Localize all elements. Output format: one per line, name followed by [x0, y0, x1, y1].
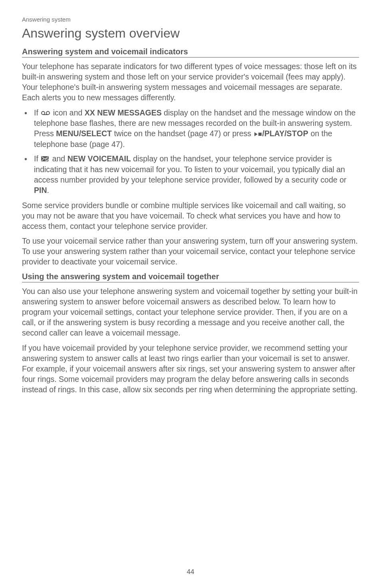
bullet2-text1: If	[34, 154, 40, 163]
section2-para1: You can also use your telephone answerin…	[22, 286, 359, 338]
bullet2-bold2: PIN	[34, 186, 47, 195]
svg-point-0	[42, 111, 45, 115]
page-title: Answering system overview	[22, 26, 359, 41]
page-number: 44	[0, 568, 381, 576]
bullet2-bold1: NEW VOICEMAIL	[67, 154, 131, 163]
bullet2-text2: and	[50, 154, 67, 163]
section2-para2: If you have voicemail provided by your t…	[22, 343, 359, 395]
svg-marker-3	[254, 132, 258, 136]
bullet1-bold1: XX NEW MESSAGES	[85, 108, 162, 117]
bullet1-text2: icon and	[51, 108, 85, 117]
section2-heading: Using the answering system and voicemail…	[22, 272, 359, 282]
play-stop-icon	[254, 129, 262, 139]
tape-icon	[41, 108, 50, 119]
bullet1-text1: If	[34, 108, 40, 117]
bullet-1: If icon and XX NEW MESSAGES display on t…	[22, 108, 359, 150]
bullet-2: If and NEW VOICEMAIL display on the hand…	[22, 154, 359, 196]
bullet1-text4: twice on the handset (page 47) or press	[112, 129, 253, 138]
section1-bullets: If icon and XX NEW MESSAGES display on t…	[22, 108, 359, 196]
bullet2-text4: .	[47, 186, 49, 195]
svg-point-1	[46, 111, 50, 115]
section1-heading: Answering system and voicemail indicator…	[22, 47, 359, 58]
section1-para3: To use your voicemail service rather tha…	[22, 236, 359, 267]
bullet1-bold3a: /PLAY/	[262, 129, 287, 138]
svg-rect-4	[258, 133, 262, 136]
envelope-icon	[41, 154, 49, 165]
section1-para2: Some service providers bundle or combine…	[22, 201, 359, 232]
bullet1-bold3b: STOP	[287, 129, 309, 138]
breadcrumb: Answering system	[22, 16, 359, 23]
svg-point-6	[46, 159, 49, 162]
section1-intro: Your telephone has separate indicators f…	[22, 62, 359, 103]
bullet1-bold2: MENU/SELECT	[56, 129, 112, 138]
